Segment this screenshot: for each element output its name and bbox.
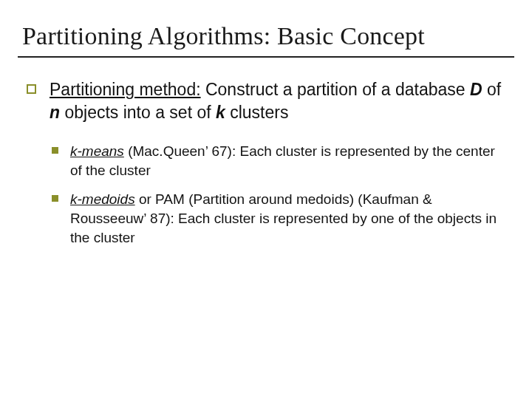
sub-bullet-list: k-means (Mac.Queen’ 67): Each cluster is… [27,137,510,247]
bullet-level2: k-medoids or PAM (Partition around medoi… [52,190,510,247]
bullet-level1: Partitioning method: Construct a partiti… [27,78,510,124]
var-k: k [216,103,225,122]
text-frag: of [482,80,502,99]
kmeans-desc: (Mac.Queen’ 67): Each cluster is represe… [70,143,495,178]
var-n: n [50,103,60,122]
text-frag: objects into a set of [60,103,216,122]
filled-square-icon [52,147,58,154]
slide: Partitioning Algorithms: Basic Concept P… [0,0,532,399]
slide-title: Partitioning Algorithms: Basic Concept [0,0,532,56]
kmeans-term: k-means [70,143,124,159]
var-d: D [470,80,482,99]
level2-text: k-medoids or PAM (Partition around medoi… [70,190,510,247]
hollow-square-icon [27,84,36,94]
text-frag: clusters [225,103,289,122]
level1-text: Partitioning method: Construct a partiti… [50,78,510,124]
partitioning-method-label: Partitioning method: [50,80,201,99]
text-frag: Construct a partition of a database [201,80,470,99]
bullet-level2: k-means (Mac.Queen’ 67): Each cluster is… [52,142,510,180]
level2-text: k-means (Mac.Queen’ 67): Each cluster is… [70,142,510,180]
kmedoids-term: k-medoids [70,191,135,207]
filled-square-icon [52,195,58,202]
slide-body: Partitioning method: Construct a partiti… [0,58,532,247]
